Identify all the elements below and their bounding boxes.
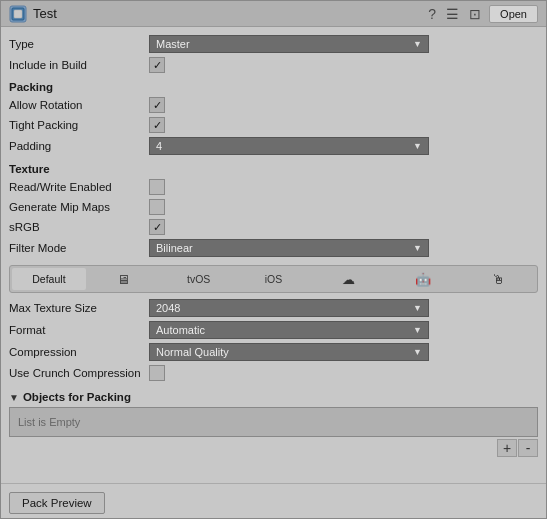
read-write-checkbox[interactable] [149,179,165,195]
generate-mip-checkbox[interactable] [149,199,165,215]
format-label: Format [9,324,149,336]
add-object-button[interactable]: + [497,439,517,457]
platform-tabs: Default 🖥 tvOS iOS ☁ 🤖 🖱 [9,265,538,293]
allow-rotation-checkbox[interactable] [149,97,165,113]
padding-value: 4 [156,140,413,152]
title-bar-left: Test [9,5,57,23]
open-button[interactable]: Open [489,5,538,23]
srgb-checkbox[interactable] [149,219,165,235]
packing-section-header: Packing [9,81,538,93]
title-bar: Test ? ☰ ⊡ Open [1,1,546,27]
max-texture-dropdown-arrow: ▼ [413,303,422,313]
svg-rect-2 [14,10,22,18]
type-label: Type [9,38,149,50]
tab-monitor[interactable]: 🖥 [87,268,161,290]
android-icon: 🤖 [415,272,431,287]
pack-preview-button[interactable]: Pack Preview [9,492,105,514]
generate-mip-label: Generate Mip Maps [9,201,149,213]
srgb-label: sRGB [9,221,149,233]
bottom-bar: Pack Preview [1,483,546,518]
format-value: Automatic [156,324,413,336]
max-texture-dropdown[interactable]: 2048 ▼ [149,299,429,317]
type-dropdown[interactable]: Master ▼ [149,35,429,53]
tab-webgl[interactable]: 🖱 [461,268,535,290]
include-in-build-label: Include in Build [9,59,149,71]
tab-default-label: Default [32,273,65,285]
max-texture-label: Max Texture Size [9,302,149,314]
format-dropdown[interactable]: Automatic ▼ [149,321,429,339]
max-texture-value: 2048 [156,302,413,314]
use-crunch-checkbox[interactable] [149,365,165,381]
objects-label: Objects for Packing [23,391,131,403]
window-title: Test [33,6,57,21]
add-remove-bar: + - [9,439,538,457]
tab-ios[interactable]: iOS [237,268,311,290]
tab-cloud[interactable]: ☁ [311,268,385,290]
filter-mode-row: Filter Mode Bilinear ▼ [9,237,538,259]
use-crunch-label: Use Crunch Compression [9,367,149,379]
include-in-build-checkbox[interactable] [149,57,165,73]
filter-mode-value: Bilinear [156,242,413,254]
tab-android[interactable]: 🤖 [386,268,460,290]
tight-packing-row: Tight Packing [9,115,538,135]
generate-mip-row: Generate Mip Maps [9,197,538,217]
format-row: Format Automatic ▼ [9,319,538,341]
compression-label: Compression [9,346,149,358]
webgl-icon: 🖱 [492,272,505,287]
filter-mode-dropdown-arrow: ▼ [413,243,422,253]
srgb-row: sRGB [9,217,538,237]
tab-ios-label: iOS [265,273,283,285]
dock-button[interactable]: ⊡ [467,6,483,22]
max-texture-row: Max Texture Size 2048 ▼ [9,297,538,319]
cloud-icon: ☁ [342,272,355,287]
settings-button[interactable]: ☰ [444,6,461,22]
tight-packing-label: Tight Packing [9,119,149,131]
objects-list: List is Empty [9,407,538,437]
include-in-build-row: Include in Build [9,55,538,75]
tab-default[interactable]: Default [12,268,86,290]
title-bar-right: ? ☰ ⊡ Open [426,5,538,23]
tight-packing-checkbox[interactable] [149,117,165,133]
padding-dropdown[interactable]: 4 ▼ [149,137,429,155]
list-empty-text: List is Empty [18,416,80,428]
padding-label: Padding [9,140,149,152]
use-crunch-row: Use Crunch Compression [9,363,538,383]
tab-tvos[interactable]: tvOS [162,268,236,290]
expand-triangle: ▼ [9,392,19,403]
compression-row: Compression Normal Quality ▼ [9,341,538,363]
type-dropdown-arrow: ▼ [413,39,422,49]
monitor-icon: 🖥 [117,272,130,287]
window-icon [9,5,27,23]
padding-dropdown-arrow: ▼ [413,141,422,151]
objects-header[interactable]: ▼ Objects for Packing [9,391,538,403]
compression-value: Normal Quality [156,346,413,358]
content-area: Type Master ▼ Include in Build Packing A… [1,27,546,483]
compression-dropdown[interactable]: Normal Quality ▼ [149,343,429,361]
filter-mode-dropdown[interactable]: Bilinear ▼ [149,239,429,257]
help-button[interactable]: ? [426,6,438,22]
remove-object-button[interactable]: - [518,439,538,457]
main-window: Test ? ☰ ⊡ Open Type Master ▼ Include in… [0,0,547,519]
allow-rotation-label: Allow Rotation [9,99,149,111]
type-row: Type Master ▼ [9,33,538,55]
compression-dropdown-arrow: ▼ [413,347,422,357]
padding-row: Padding 4 ▼ [9,135,538,157]
allow-rotation-row: Allow Rotation [9,95,538,115]
objects-section: ▼ Objects for Packing List is Empty + - [9,391,538,457]
read-write-row: Read/Write Enabled [9,177,538,197]
filter-mode-label: Filter Mode [9,242,149,254]
format-dropdown-arrow: ▼ [413,325,422,335]
read-write-label: Read/Write Enabled [9,181,149,193]
tab-tvos-label: tvOS [187,273,210,285]
type-value: Master [156,38,413,50]
texture-section-header: Texture [9,163,538,175]
